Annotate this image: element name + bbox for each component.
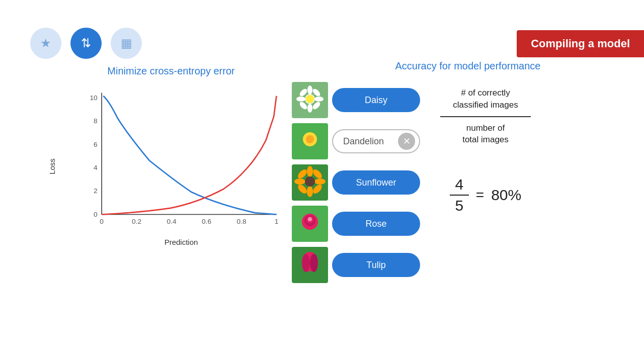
svg-point-47 <box>310 254 318 272</box>
flower-image-daisy <box>292 82 328 118</box>
svg-text:0.8: 0.8 <box>236 218 246 225</box>
svg-point-16 <box>307 85 312 95</box>
svg-point-43 <box>308 217 312 221</box>
svg-point-27 <box>306 135 314 143</box>
accuracy-bottom-text: number oftotal images <box>462 122 509 146</box>
equals-sign: = <box>476 187 484 203</box>
right-title: Accuracy for model performance <box>292 60 644 72</box>
svg-text:6: 6 <box>94 141 98 148</box>
svg-point-32 <box>294 178 305 185</box>
svg-point-38 <box>305 176 315 187</box>
flower-row-sunflower: Sunflower <box>292 164 420 201</box>
flower-image-sunflower <box>292 164 328 201</box>
accuracy-top-text: # of correctlyclassified images <box>453 87 518 111</box>
dandelion-button[interactable]: Dandelion ✕ <box>332 129 420 153</box>
sunflower-svg <box>292 164 328 201</box>
flowers-area: Daisy Dandelion ✕ <box>292 82 644 283</box>
svg-text:0: 0 <box>100 218 104 225</box>
chart-section: Minimize cross-entropy error Loss 0 2 4 … <box>40 65 302 247</box>
svg-text:0.6: 0.6 <box>202 218 211 225</box>
svg-text:1: 1 <box>275 218 279 225</box>
fraction-denominator: 5 <box>455 197 463 214</box>
flower-row-tulip: Tulip <box>292 247 420 283</box>
svg-text:0.4: 0.4 <box>167 218 177 225</box>
svg-point-19 <box>314 97 324 102</box>
title-badge: Compiling a model <box>517 30 644 57</box>
fraction-divider-top <box>440 116 531 117</box>
swap-button[interactable]: ⇅ <box>70 28 102 59</box>
y-axis-label: Loss <box>48 158 56 174</box>
rose-label: Rose <box>365 219 386 229</box>
chart-svg: 0 2 4 6 8 10 0 0.2 0.4 0.6 0.8 1 <box>80 86 282 232</box>
x-icon: ✕ <box>398 133 415 150</box>
svg-text:8: 8 <box>94 117 98 125</box>
flower-image-dandelion <box>292 123 328 159</box>
svg-text:10: 10 <box>90 94 98 102</box>
accuracy-info: # of correctlyclassified images number o… <box>435 82 536 214</box>
tulip-button[interactable]: Tulip <box>332 253 420 277</box>
svg-point-30 <box>307 166 313 177</box>
tulip-label: Tulip <box>366 260 385 270</box>
x-axis-label: Prediction <box>80 238 282 246</box>
dandelion-svg <box>292 123 328 159</box>
flower-row-rose: Rose <box>292 206 420 242</box>
svg-point-18 <box>296 97 305 102</box>
flower-row-dandelion: Dandelion ✕ <box>292 123 420 159</box>
svg-text:0.2: 0.2 <box>132 218 141 225</box>
daisy-label: Daisy <box>365 95 387 106</box>
svg-point-24 <box>306 95 314 103</box>
svg-text:2: 2 <box>94 187 98 195</box>
fraction-numerator: 4 <box>455 176 463 193</box>
daisy-svg <box>292 82 328 118</box>
fraction: 4 5 <box>450 176 469 214</box>
sunflower-button[interactable]: Sunflower <box>332 170 420 195</box>
sunflower-label: Sunflower <box>356 177 396 188</box>
daisy-button[interactable]: Daisy <box>332 88 420 112</box>
chart-title: Minimize cross-entropy error <box>40 65 302 77</box>
svg-rect-48 <box>308 271 311 280</box>
chart-button[interactable]: ▦ <box>111 28 142 59</box>
rose-svg <box>292 206 328 242</box>
svg-point-46 <box>302 254 310 272</box>
title-text: Compiling a model <box>531 37 630 50</box>
dandelion-label: Dandelion <box>343 136 384 147</box>
svg-text:4: 4 <box>94 164 98 171</box>
star-button[interactable]: ★ <box>30 28 61 59</box>
svg-point-17 <box>307 104 312 113</box>
svg-point-31 <box>307 186 313 197</box>
right-section: Accuracy for model performance <box>292 60 644 283</box>
rose-button[interactable]: Rose <box>332 212 420 236</box>
flower-image-tulip <box>292 247 328 283</box>
svg-point-33 <box>314 178 326 185</box>
flower-list: Daisy Dandelion ✕ <box>292 82 420 283</box>
flower-image-rose <box>292 206 328 242</box>
percent-value: 80% <box>491 187 521 204</box>
tulip-svg <box>292 247 328 283</box>
fraction-line <box>450 195 469 196</box>
top-toolbar: ★ ⇅ ▦ <box>30 28 142 59</box>
svg-text:0: 0 <box>94 211 98 218</box>
chart-container: Loss 0 2 4 6 8 10 0 0.2 0.4 0.6 0.8 1 <box>60 86 282 247</box>
fraction-area: 4 5 = 80% <box>450 176 521 214</box>
flower-row-daisy: Daisy <box>292 82 420 118</box>
